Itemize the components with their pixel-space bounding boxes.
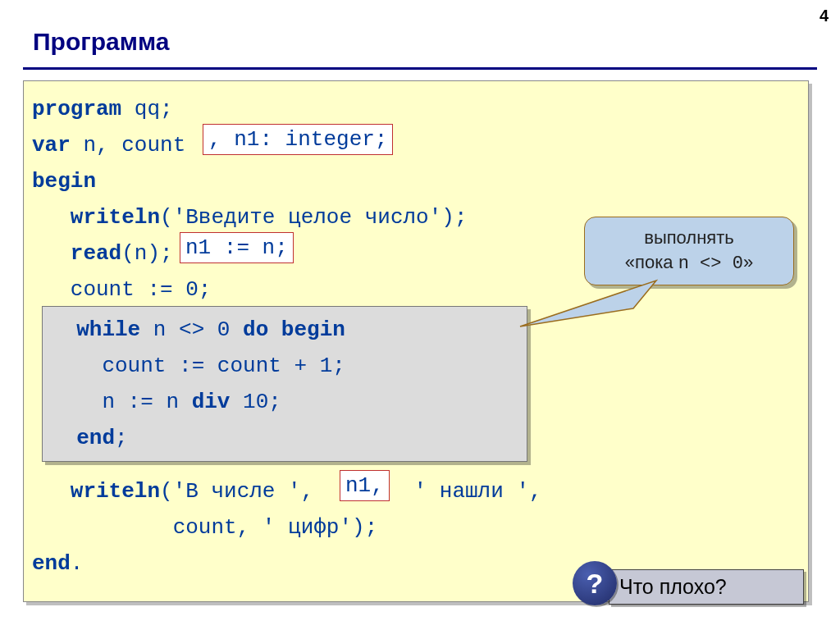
slide: 4 Программа program qq; var n, count , n… [0,0,840,630]
code-line-1: program qq; [32,91,173,127]
while-line-3: n := n div 10; [51,384,281,420]
code-line-6: count := 0; [32,272,211,308]
code-line-5: read(n); [32,235,185,272]
while-line-2: count := count + 1; [51,348,345,384]
code-line-10: end. [32,546,83,582]
code-line-2: var n, count [32,127,185,163]
code-line-8b: ' нашли ', [401,473,542,509]
callout-line1: выполнять [598,226,780,250]
insert-n1-output: n1, [340,470,390,501]
question-panel: Что плохо? [609,569,804,605]
while-box: while n <> 0 do begin count := count + 1… [42,306,527,462]
slide-title: Программа [33,28,169,56]
callout-line2: «пока n <> 0» [598,250,780,276]
code-panel: program qq; var n, count , n1: integer; … [23,80,809,602]
code-line-3: begin [32,163,96,199]
code-line-9: count, ' цифр'); [32,509,377,546]
while-line-4: end; [51,420,128,456]
title-rule [23,67,817,70]
code-line-8a: writeln('В числе ', [32,473,326,509]
insert-n1-assign: n1 := n; [180,232,294,263]
code-line-4: writeln('Введите целое число'); [32,199,468,235]
insert-n1-integer: , n1: integer; [203,124,393,155]
page-number: 4 [819,7,829,25]
callout-explain: выполнять «пока n <> 0» [584,217,794,285]
question-icon [573,561,617,605]
while-line-1: while n <> 0 do begin [51,312,345,348]
